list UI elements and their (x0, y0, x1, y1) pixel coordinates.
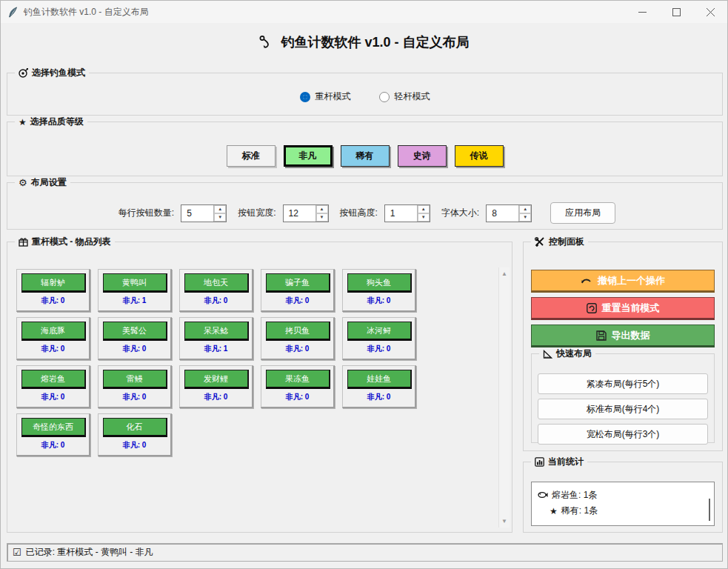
spin-arrows-3: ▲▼ (518, 205, 531, 222)
item-button[interactable]: 娃娃鱼 (347, 370, 411, 389)
spinbox-1[interactable]: 12▲▼ (283, 204, 329, 222)
items-section: 重杆模式 - 物品列表 辐射鲈非凡: 0黄鸭叫非凡: 1地包天非凡: 0骗子鱼非… (7, 242, 512, 533)
minimize-button[interactable] (625, 1, 659, 23)
item-count-label: 非凡: 0 (367, 296, 391, 306)
spin-value-2[interactable]: 1 (385, 205, 417, 222)
item-count-label: 非凡: 1 (123, 296, 147, 306)
item-card-14: 娃娃鱼非凡: 0 (342, 365, 416, 408)
item-button[interactable]: 化石 (103, 418, 167, 437)
stats-line-text: 熔岩鱼: 1条 (552, 489, 597, 502)
item-button[interactable]: 呆呆鲶 (184, 322, 248, 341)
undo-arrow-icon (581, 276, 592, 285)
spin-down-icon[interactable]: ▼ (214, 213, 226, 222)
target-icon (19, 68, 28, 78)
spin-label-1: 按钮宽度: (238, 207, 275, 219)
quick-layout-button-0[interactable]: 紧凑布局(每行5个) (538, 373, 708, 394)
stats-textbox[interactable]: 熔岩鱼: 1条★稀有: 1条 (531, 482, 715, 526)
item-button[interactable]: 熔岩鱼 (21, 370, 85, 389)
spinbox-3[interactable]: 8▲▼ (486, 204, 532, 222)
item-count-label: 非凡: 1 (204, 344, 228, 354)
gift-icon (19, 237, 28, 247)
spin-down-icon[interactable]: ▼ (519, 213, 531, 222)
gear-icon: ⚙ (19, 178, 27, 187)
item-count-label: 非凡: 0 (41, 392, 65, 402)
item-card-6: 美髯公非凡: 0 (98, 317, 172, 360)
ruler-icon (543, 350, 552, 359)
stats-star-icon: ★ (550, 506, 558, 516)
item-button[interactable]: 奇怪的东西 (21, 418, 85, 437)
quality-button-0[interactable]: 标准 (227, 145, 275, 167)
export-button[interactable]: 导出数据 (531, 325, 715, 347)
quick-layout-section: 快速布局 紧凑布局(每行5个)标准布局(每行4个)宽松布局(每行3个) (531, 353, 715, 443)
mode-radio-0[interactable]: 重杆模式 (300, 90, 351, 103)
stats-line-0: 熔岩鱼: 1条 (538, 489, 708, 502)
item-button[interactable]: 黄鸭叫 (103, 273, 167, 293)
item-button[interactable]: 骗子鱼 (266, 273, 330, 293)
item-count-label: 非凡: 0 (41, 296, 65, 306)
spin-up-icon[interactable]: ▲ (519, 205, 531, 213)
item-grid: 辐射鲈非凡: 0黄鸭叫非凡: 1地包天非凡: 0骗子鱼非凡: 0狗头鱼非凡: 0… (16, 269, 416, 456)
reset-button[interactable]: 重置当前模式 (531, 297, 715, 320)
items-section-label: 重杆模式 - 物品列表 (15, 236, 115, 248)
item-button[interactable]: 美髯公 (103, 322, 167, 341)
item-button[interactable]: 狗头鱼 (347, 273, 411, 293)
items-scrollbar[interactable]: ▲ ▼ (498, 267, 510, 528)
item-button[interactable]: 雷鳗 (103, 370, 167, 389)
mode-radio-1[interactable]: 轻杆模式 (379, 90, 430, 103)
item-button[interactable]: 冰河鲟 (347, 322, 411, 341)
item-count-label: 非凡: 0 (367, 392, 391, 402)
item-count-label: 非凡: 0 (286, 344, 310, 354)
item-count-label: 非凡: 0 (286, 392, 310, 402)
status-bar: ☑ 已记录: 重杆模式 - 黄鸭叫 - 非凡 (7, 543, 723, 562)
stats-scrollbar-thumb[interactable] (709, 499, 710, 521)
page-title: 钓鱼计数软件 v1.0 - 自定义布局 (1, 33, 727, 53)
quality-button-3[interactable]: 史诗 (398, 145, 447, 167)
quick-layout-button-1[interactable]: 标准布局(每行4个) (538, 399, 708, 419)
layout-settings-section: ⚙ 布局设置 每行按钮数量:5▲▼按钮宽度:12▲▼按钮高度:1▲▼字体大小:8… (7, 182, 723, 230)
status-text: 已记录: 重杆模式 - 黄鸭叫 - 非凡 (26, 546, 153, 559)
spinbox-0[interactable]: 5▲▼ (181, 204, 227, 222)
spin-value-1[interactable]: 12 (284, 205, 315, 222)
stats-section: 当前统计 熔岩鱼: 1条★稀有: 1条 (523, 462, 723, 533)
item-button[interactable]: 拷贝鱼 (266, 322, 330, 341)
scroll-down-icon[interactable]: ▼ (501, 518, 507, 525)
app-window: 钓鱼计数软件 v1.0 - 自定义布局 钓鱼计数软件 v1.0 - 自定义布局 … (0, 0, 728, 569)
item-card-13: 果冻鱼非凡: 0 (261, 365, 335, 408)
item-button[interactable]: 果冻鱼 (266, 370, 330, 389)
item-count-label: 非凡: 0 (123, 392, 147, 402)
item-card-8: 拷贝鱼非凡: 0 (261, 317, 335, 360)
quality-button-row: 标准非凡稀有史诗传说 (7, 145, 722, 167)
item-count-label: 非凡: 0 (41, 440, 65, 450)
item-button[interactable]: 发财鲤 (184, 370, 248, 389)
radio-label: 轻杆模式 (395, 90, 430, 103)
floppy-save-icon (596, 330, 607, 341)
radio-dot-icon (300, 92, 310, 102)
item-button[interactable]: 海底豚 (21, 322, 85, 341)
spin-up-icon[interactable]: ▲ (214, 205, 226, 213)
spin-down-icon[interactable]: ▼ (418, 213, 430, 222)
maximize-button[interactable] (659, 1, 693, 23)
quick-layout-button-2[interactable]: 宽松布局(每行3个) (538, 424, 708, 445)
item-button[interactable]: 地包天 (184, 273, 248, 293)
spin-arrows-1: ▲▼ (315, 205, 328, 222)
item-count-label: 非凡: 0 (204, 392, 228, 402)
scroll-up-icon[interactable]: ▲ (501, 270, 507, 277)
stats-line-1: ★稀有: 1条 (538, 505, 708, 517)
spinbox-2[interactable]: 1▲▼ (384, 204, 430, 222)
control-panel-label: 控制面板 (531, 236, 588, 248)
stats-line-text: 稀有: 1条 (561, 505, 598, 517)
spin-up-icon[interactable]: ▲ (418, 205, 430, 213)
item-card-12: 发财鲤非凡: 0 (179, 365, 253, 408)
spin-up-icon[interactable]: ▲ (316, 205, 328, 213)
spin-value-0[interactable]: 5 (181, 205, 213, 222)
layout-settings-row: 每行按钮数量:5▲▼按钮宽度:12▲▼按钮高度:1▲▼字体大小:8▲▼应用布局 (7, 202, 722, 224)
spin-down-icon[interactable]: ▼ (316, 213, 328, 222)
item-button[interactable]: 辐射鲈 (21, 273, 85, 293)
close-button[interactable] (693, 1, 727, 23)
apply-layout-button[interactable]: 应用布局 (550, 202, 615, 224)
undo-button[interactable]: 撤销上一个操作 (531, 270, 715, 293)
quality-button-4[interactable]: 传说 (455, 145, 504, 167)
quality-button-2[interactable]: 稀有 (341, 145, 390, 167)
quality-button-1[interactable]: 非凡 (284, 145, 333, 167)
spin-value-3[interactable]: 8 (487, 205, 518, 222)
